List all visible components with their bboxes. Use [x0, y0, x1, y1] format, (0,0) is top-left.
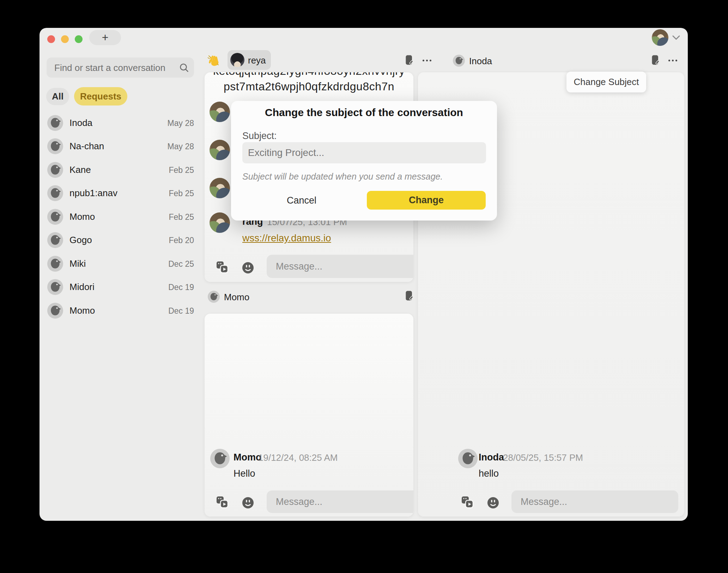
npub-text-clipped: ket8qjqtnpag2lygn4nf88oyh2xnvvnjry: [205, 72, 413, 78]
default-avatar-icon: [47, 232, 63, 248]
conversation-date: Dec 19: [168, 283, 194, 292]
chevron-down-icon[interactable]: [672, 35, 680, 40]
tab-requests[interactable]: Requests: [74, 87, 127, 105]
default-avatar-icon: [47, 256, 63, 272]
conversation-name: Miki: [69, 258, 86, 269]
default-avatar-icon: [453, 55, 465, 67]
conversation-name: Kane: [69, 164, 91, 175]
profile-avatar[interactable]: [652, 29, 668, 46]
close-window-button[interactable]: [47, 35, 55, 43]
conversation-item[interactable]: Gogo Feb 20: [46, 228, 196, 252]
more-options-icon[interactable]: [423, 60, 431, 61]
dialog-note: Subject will be updated when you send a …: [242, 171, 443, 182]
plus-icon: +: [102, 31, 109, 44]
conversation-item[interactable]: npub1:anav Feb 25: [46, 181, 196, 205]
change-subject-icon[interactable]: [652, 55, 660, 66]
message-timestamp: 19/12/24, 08:25 AM: [258, 452, 338, 463]
message-composer-input[interactable]: [267, 255, 413, 278]
subject-input[interactable]: [242, 142, 486, 163]
conversation-item[interactable]: Kane Feb 25: [46, 158, 196, 182]
new-conversation-button[interactable]: +: [89, 30, 121, 45]
conversation-name: Na-chan: [69, 141, 104, 152]
conversation-date: May 28: [168, 119, 194, 128]
conversation-name: Momo: [69, 211, 95, 222]
default-avatar-icon: [47, 162, 63, 178]
attach-media-icon[interactable]: [461, 495, 474, 509]
conversation-name: Momo: [69, 305, 95, 316]
message-avatar: [210, 102, 230, 122]
conversation-date: Feb 25: [169, 212, 194, 222]
message-avatar: [458, 449, 478, 468]
change-subject-icon[interactable]: [406, 291, 413, 301]
conversation-item[interactable]: Momo Feb 25: [46, 205, 196, 229]
message-composer-input[interactable]: [267, 490, 413, 513]
search-icon: [179, 63, 189, 73]
message-text: hello: [479, 468, 499, 479]
conversation-date: Dec 19: [168, 306, 194, 316]
npub-text: pst7mta2t6wpjh0qfzkdrdgu8ch7n: [205, 80, 413, 93]
peer-chip-reya[interactable]: reya: [228, 50, 271, 70]
change-subject-icon[interactable]: [406, 55, 413, 66]
search-input[interactable]: [54, 58, 178, 78]
message-sender: Inoda: [479, 452, 504, 463]
conversation-item[interactable]: Na-chan May 28: [46, 134, 196, 158]
subject-label: Subject:: [242, 131, 277, 141]
tab-requests-label: Requests: [80, 91, 121, 102]
minimize-window-button[interactable]: [61, 35, 69, 43]
default-avatar-icon: [47, 185, 63, 201]
message-composer-input[interactable]: [511, 490, 678, 513]
attach-media-icon[interactable]: [216, 260, 229, 274]
default-avatar-icon: [47, 209, 63, 225]
default-avatar-icon: [47, 303, 63, 319]
conversation-item[interactable]: Inoda May 28: [46, 111, 196, 135]
conversation-name: Midori: [69, 282, 95, 292]
peer-name: Momo: [224, 292, 249, 303]
conversation-name: Inoda: [69, 117, 92, 128]
message-sender: Momo: [233, 452, 261, 463]
message-avatar: [210, 140, 230, 160]
change-label: Change: [409, 195, 444, 206]
more-options-icon[interactable]: [668, 60, 677, 61]
conversation-date: May 28: [168, 142, 194, 151]
tab-all-label: All: [52, 91, 63, 102]
conversation-date: Feb 25: [169, 165, 194, 175]
tooltip-text: Change Subject: [574, 77, 639, 88]
conversation-date: Feb 25: [169, 189, 194, 198]
screen: + All Requests Inoda May 28 Na-chan May …: [0, 0, 728, 573]
cancel-button[interactable]: Cancel: [279, 192, 324, 209]
cancel-label: Cancel: [287, 195, 316, 206]
default-avatar-icon: [47, 279, 63, 295]
message-text: Hello: [233, 468, 255, 479]
message-avatar: [210, 178, 230, 198]
dialog-title: Change the subject of the conversation: [231, 107, 497, 119]
change-subject-dialog: Change the subject of the conversation S…: [231, 101, 497, 221]
conversation-date: Dec 25: [168, 259, 194, 269]
emoji-picker-icon[interactable]: [242, 262, 254, 274]
change-subject-tooltip: Change Subject: [566, 72, 646, 92]
conversation-name: npub1:anav: [69, 188, 117, 199]
message-avatar: [210, 449, 230, 468]
change-button[interactable]: Change: [367, 191, 486, 210]
conversation-date: Feb 20: [169, 236, 194, 245]
chat-panel-momo: Momo 19/12/24, 08:25 AM Hello: [205, 314, 413, 517]
peer-name: Inoda: [469, 56, 492, 67]
conversation-item[interactable]: Momo Dec 19: [46, 299, 196, 322]
message-avatar: [210, 212, 230, 233]
attach-media-icon[interactable]: [216, 495, 229, 509]
search-field[interactable]: [47, 58, 194, 78]
reya-avatar: [230, 53, 244, 67]
default-avatar-icon: [208, 291, 220, 303]
zoom-window-button[interactable]: [75, 35, 83, 43]
message-timestamp: 28/05/25, 15:57 PM: [503, 452, 583, 463]
conversation-item[interactable]: Midori Dec 19: [46, 275, 196, 299]
default-avatar-icon: [47, 115, 63, 131]
emoji-picker-icon[interactable]: [242, 497, 254, 509]
tab-all[interactable]: All: [46, 88, 69, 105]
default-avatar-icon: [47, 138, 63, 154]
conversation-name: Gogo: [69, 235, 92, 246]
conversation-item[interactable]: Miki Dec 25: [46, 252, 196, 276]
waving-hand-icon: [206, 54, 220, 68]
relay-link[interactable]: wss://relay.damus.io: [242, 233, 331, 244]
emoji-picker-icon[interactable]: [487, 497, 499, 509]
peer-name: reya: [248, 55, 266, 66]
